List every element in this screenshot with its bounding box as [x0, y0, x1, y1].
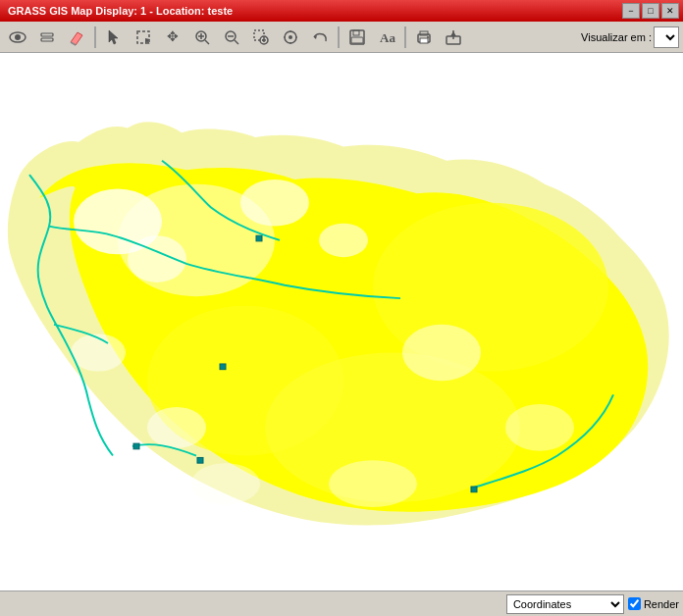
svg-point-51 — [191, 463, 260, 504]
pointer-button[interactable] — [100, 25, 128, 50]
svg-rect-58 — [471, 487, 477, 492]
minimize-button[interactable]: − — [622, 3, 640, 19]
svg-point-21 — [289, 35, 292, 39]
zoom-region-button[interactable] — [247, 25, 275, 50]
svg-point-34 — [427, 36, 429, 38]
erase-button[interactable] — [63, 25, 90, 50]
svg-point-46 — [240, 180, 309, 227]
select-box-button[interactable] — [130, 25, 157, 50]
status-bar: Coordinates Render — [0, 590, 683, 616]
svg-point-47 — [402, 325, 481, 381]
save-map-button[interactable] — [343, 25, 371, 50]
view-dropdown-container: Visualizar em : — [581, 26, 679, 48]
svg-rect-29 — [351, 37, 363, 43]
zoom-in-button[interactable] — [188, 25, 216, 50]
svg-point-52 — [71, 334, 126, 371]
sep3 — [404, 26, 406, 48]
maximize-button[interactable]: □ — [642, 3, 659, 19]
svg-marker-5 — [109, 30, 118, 44]
title-bar: GRASS GIS Map Display: 1 - Location: tes… — [0, 0, 683, 22]
title-bar-buttons: − □ ✕ — [622, 3, 679, 19]
map-svg — [0, 53, 683, 590]
sep1 — [94, 26, 96, 48]
coordinates-section: Coordinates — [506, 594, 624, 614]
svg-rect-56 — [133, 443, 139, 449]
text-label-button[interactable]: Aa — [373, 25, 400, 50]
main-layout: ✥ — [0, 22, 683, 616]
render-section: Render — [628, 597, 679, 610]
toolbar: ✥ — [0, 22, 683, 53]
zoom-out-button[interactable] — [218, 25, 245, 50]
svg-line-12 — [205, 40, 209, 44]
svg-rect-57 — [197, 457, 203, 463]
title-bar-text: GRASS GIS Map Display: 1 - Location: tes… — [4, 5, 233, 17]
svg-point-1 — [15, 34, 21, 40]
zoom-extent-button[interactable] — [277, 25, 304, 50]
svg-rect-55 — [220, 364, 226, 370]
svg-rect-3 — [41, 38, 53, 41]
svg-rect-54 — [256, 235, 262, 241]
render-label: Render — [644, 598, 679, 610]
svg-rect-2 — [41, 33, 53, 36]
close-button[interactable]: ✕ — [661, 3, 679, 19]
view-label: Visualizar em : — [581, 31, 652, 43]
print-button[interactable] — [410, 25, 438, 50]
svg-point-49 — [329, 460, 417, 507]
layers-button[interactable] — [33, 25, 61, 50]
svg-text:✥: ✥ — [167, 28, 179, 44]
view-select[interactable] — [654, 26, 679, 48]
svg-line-15 — [235, 40, 238, 44]
svg-point-48 — [505, 404, 574, 451]
svg-marker-37 — [450, 31, 456, 36]
svg-point-53 — [319, 224, 368, 257]
svg-point-50 — [147, 407, 206, 448]
map-content-area[interactable] — [0, 53, 683, 590]
svg-rect-32 — [420, 38, 428, 43]
svg-text:Aa: Aa — [380, 30, 395, 45]
export-button[interactable] — [440, 25, 467, 50]
coordinates-select[interactable]: Coordinates — [506, 594, 624, 614]
svg-rect-16 — [254, 30, 264, 40]
sep2 — [338, 26, 340, 48]
render-checkbox[interactable] — [628, 597, 641, 610]
pan-button[interactable]: ✥ — [159, 25, 186, 50]
eye-button[interactable] — [4, 25, 31, 50]
zoom-back-button[interactable] — [306, 25, 334, 50]
